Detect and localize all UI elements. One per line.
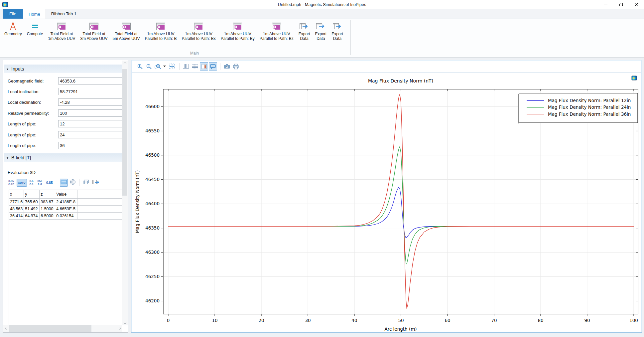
svg-text:80: 80	[538, 318, 543, 323]
col-header-value[interactable]: Value	[55, 190, 77, 199]
plot-tooltip-button[interactable]	[209, 62, 217, 71]
section-header-inputs[interactable]: ▾ Inputs	[4, 65, 122, 73]
zoom-box-button[interactable]	[154, 62, 162, 71]
grid-button[interactable]	[191, 62, 199, 71]
tab-file[interactable]: File	[3, 9, 23, 19]
tab-ribbon-tab-1[interactable]: Ribbon Tab 1	[46, 9, 82, 19]
pipe-length-36-input[interactable]	[58, 142, 122, 149]
ribbon-button-export-data-3[interactable]: ExportData	[329, 20, 345, 42]
scientific-notation-button[interactable]: 8.85e-12	[7, 178, 15, 187]
ribbon-button-geometry[interactable]: Geometry	[2, 20, 24, 37]
restore-button[interactable]	[613, 0, 629, 9]
globe-icon	[70, 179, 76, 186]
snapshot-icon	[224, 64, 230, 69]
zoom-box-icon	[155, 64, 161, 70]
export-table-button[interactable]	[91, 179, 100, 187]
zoom-out-button[interactable]	[145, 62, 153, 71]
ribbon-button-compute[interactable]: Compute	[25, 20, 46, 37]
plot-group-icon	[89, 21, 98, 32]
pipe-length-12-input[interactable]	[58, 120, 122, 127]
ribbon-button-total-field-1m[interactable]: Total Field at1m Above UUV	[46, 20, 77, 42]
precision-toolbar: 8.85e-12 AUTO 8.5e-1 850e-3 0.85	[7, 178, 100, 187]
ribbon-button-parallel-by[interactable]: 1m Above UUVParallel to Path: By	[218, 20, 257, 42]
scroll-right-arrow[interactable]	[117, 326, 122, 331]
col-header-empty	[77, 190, 124, 199]
plot-canvas[interactable]: 0102030405060708090100462004625046300463…	[132, 73, 641, 332]
ribbon-button-parallel-b[interactable]: 1m Above UUVParallel to Path: B	[143, 20, 179, 42]
scroll-down-arrow[interactable]	[122, 320, 128, 325]
svg-text:100: 100	[629, 318, 638, 323]
ribbon-button-parallel-bx[interactable]: 1m Above UUVParallel to Path: Bx	[180, 20, 218, 42]
zoom-extents-button[interactable]	[168, 62, 176, 71]
svg-text:20: 20	[258, 318, 264, 323]
field-geomagnetic: Geomagnetic field:	[8, 77, 124, 84]
copy-table-button[interactable]	[82, 179, 90, 187]
tab-home[interactable]: Home	[23, 9, 46, 19]
plot-ticks	[161, 89, 638, 316]
grid-icon	[192, 64, 198, 70]
svg-text:46550: 46550	[145, 128, 160, 133]
collapse-triangle-icon: ▾	[7, 67, 8, 71]
color-legend-icon	[201, 64, 207, 70]
svg-text:46350: 46350	[145, 225, 160, 231]
evaluation-table[interactable]: x y z Value 2771.6 765.60 383.67 2.4186E…	[9, 190, 124, 220]
horizontal-scrollbar[interactable]	[3, 325, 122, 332]
plain-notation-button[interactable]: 0.85	[45, 180, 54, 186]
geomagnetic-field-input[interactable]	[58, 77, 122, 84]
zoom-out-icon	[146, 64, 152, 70]
plot-group-icon	[156, 21, 165, 32]
export-table-icon	[92, 179, 99, 186]
auto-notation-button[interactable]: AUTO	[17, 179, 27, 187]
plot-group-icon	[272, 21, 281, 32]
snapshot-button[interactable]	[223, 62, 231, 71]
scroll-up-arrow[interactable]	[122, 61, 128, 66]
ribbon-group-label: Main	[0, 51, 389, 56]
export-data-icon	[299, 21, 309, 32]
col-header-y[interactable]: y	[24, 190, 40, 199]
table-display-button[interactable]	[60, 179, 68, 187]
print-button[interactable]	[232, 62, 240, 71]
vertical-scrollbar[interactable]	[122, 61, 128, 325]
zoom-in-button[interactable]	[136, 62, 144, 71]
scroll-left-arrow[interactable]	[3, 326, 9, 331]
legend-entry: Mag Flux Density Norm: Parallel 24in	[548, 104, 631, 110]
vertical-scrollbar-thumb[interactable]	[122, 69, 127, 196]
relative-permeability-input[interactable]	[58, 109, 122, 117]
milli-notation-button[interactable]: 850e-3	[36, 178, 44, 187]
ribbon-button-parallel-bz[interactable]: 1m Above UUVParallel to Path: Bz	[257, 20, 296, 42]
plot-title: Mag Flux Density Norm (nT)	[368, 78, 433, 84]
pipe-length-24-input[interactable]	[58, 131, 122, 138]
color-legend-button[interactable]	[200, 62, 208, 71]
svg-text:46400: 46400	[145, 201, 160, 206]
col-header-x[interactable]: x	[9, 190, 24, 199]
horizontal-scrollbar-thumb[interactable]	[9, 325, 91, 332]
ribbon-button-total-field-5m[interactable]: Total Field at5m Above UUV	[110, 20, 142, 42]
zoom-extents-icon	[169, 63, 175, 70]
app-logo-icon	[2, 2, 8, 7]
local-inclination-input[interactable]	[58, 88, 122, 95]
ribbon-button-total-field-3m[interactable]: Total Field at3m Above UUV	[78, 20, 110, 42]
axis-grid-button[interactable]	[182, 62, 190, 71]
title-bar: Untitled.mph - Magnetic Simulations of I…	[0, 0, 644, 9]
ribbon-button-export-data-1[interactable]: ExportData	[296, 20, 313, 42]
svg-text:90: 90	[584, 318, 590, 323]
legend-entry: Mag Flux Density Norm: Parallel 36in	[548, 111, 631, 117]
section-header-bfield[interactable]: ▾ B field [T]	[4, 153, 122, 162]
zoom-in-icon	[137, 64, 143, 70]
engineering-notation-button[interactable]: 8.5e-1	[28, 178, 35, 187]
globe-button[interactable]	[69, 178, 76, 187]
collapse-triangle-icon: ▾	[7, 156, 8, 160]
plot-group-icon	[194, 21, 203, 32]
minimize-button[interactable]	[598, 0, 613, 9]
dropdown-caret-icon[interactable]	[163, 66, 166, 67]
export-data-icon	[332, 21, 342, 32]
ribbon-button-export-data-2[interactable]: ExportData	[313, 20, 329, 42]
col-header-z[interactable]: z	[40, 190, 55, 199]
table-row[interactable]: 36.414 64.974 6.5000 0.026154	[9, 213, 124, 220]
table-row[interactable]: 2771.6 765.60 383.67 2.4186E-8	[9, 199, 124, 206]
field-permeability: Relative permeability:	[8, 109, 124, 117]
close-button[interactable]	[629, 0, 644, 9]
local-declination-input[interactable]	[58, 98, 122, 106]
table-row[interactable]: 48.563 51.492 1.5000 4.6653E-5	[9, 206, 124, 213]
toolbar-separator	[179, 63, 180, 70]
